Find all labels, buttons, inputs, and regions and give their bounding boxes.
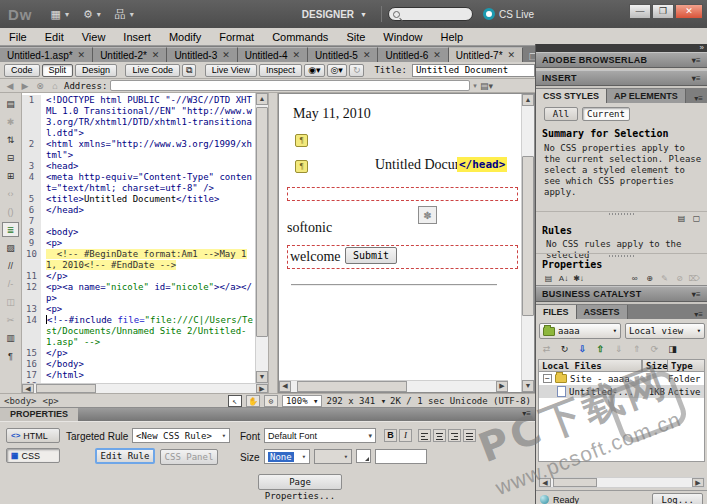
code-text[interactable]: <!DOCTYPE html PUBLIC "-//W3C//DTD XHTML… bbox=[41, 95, 255, 139]
column-type[interactable]: Type bbox=[668, 360, 704, 371]
code-text[interactable]: <!--#include file="file:///C|/Users/Test… bbox=[41, 315, 255, 348]
highlight-invalid-code-icon[interactable]: ▨ bbox=[2, 240, 19, 255]
tab-close-icon[interactable]: ✕ bbox=[78, 50, 86, 60]
panel-menu-icon[interactable]: ▾≡ bbox=[692, 56, 701, 65]
menu-format[interactable]: Format bbox=[210, 31, 263, 43]
put-files-icon[interactable]: ⇧ bbox=[593, 343, 608, 356]
zoom-level-dropdown[interactable]: 100% ▾ bbox=[282, 395, 323, 407]
file-tree-row[interactable]: −Site - aaaa ...Folder bbox=[539, 372, 704, 385]
tab-close-icon[interactable]: ✕ bbox=[222, 50, 230, 60]
scroll-left-icon[interactable]: ◀ bbox=[22, 384, 34, 393]
format-source-code-icon[interactable]: ¶ bbox=[2, 348, 19, 363]
doc-tab[interactable]: Untitled-7*✕ bbox=[449, 47, 523, 62]
properties-tab[interactable]: PROPERTIES bbox=[0, 408, 78, 421]
files-horizontal-scrollbar[interactable]: ◀ ▶ bbox=[538, 477, 705, 488]
tag-selector-item[interactable]: <p> bbox=[43, 396, 59, 406]
menu-help[interactable]: Help bbox=[431, 31, 472, 43]
doc-tab[interactable]: Untitled-3✕ bbox=[167, 47, 237, 62]
expand-all-icon[interactable]: ⊞ bbox=[2, 168, 19, 183]
tab-close-icon[interactable]: ✕ bbox=[508, 50, 516, 60]
menu-edit[interactable]: Edit bbox=[36, 31, 73, 43]
get-files-icon[interactable]: ⇩ bbox=[575, 343, 590, 356]
tab-assets[interactable]: ASSETS bbox=[577, 305, 628, 319]
menu-window[interactable]: Window bbox=[374, 31, 431, 43]
tab-css-styles[interactable]: CSS STYLES bbox=[536, 89, 607, 103]
check-browser-compatibility-icon[interactable]: ◉▾ bbox=[304, 64, 324, 77]
html-mode-button[interactable]: <> HTML bbox=[6, 428, 60, 443]
cs-live-button[interactable]: CS Live bbox=[483, 8, 534, 20]
image-placeholder[interactable]: ✽ bbox=[418, 206, 437, 224]
menu-site[interactable]: Site bbox=[337, 31, 374, 43]
code-vertical-scrollbar[interactable]: ▲ ▼ bbox=[255, 93, 268, 383]
line-numbers-icon[interactable]: ≣ bbox=[2, 222, 19, 237]
code-scroll-thumb[interactable] bbox=[256, 107, 268, 337]
design-view[interactable]: May 11, 2010 ¶ ¶ Untitled Document </hea… bbox=[279, 94, 521, 392]
panel-menu-icon[interactable]: ▾≡ bbox=[690, 94, 707, 103]
live-code-nav-icon[interactable]: ⧉ bbox=[182, 64, 196, 77]
live-view-button[interactable]: Live View bbox=[205, 64, 257, 77]
zoom-tool-icon[interactable]: ⊙ bbox=[264, 395, 278, 407]
scroll-left-icon[interactable]: ◀ bbox=[279, 381, 291, 392]
design-welcome-text[interactable]: welcome bbox=[290, 249, 341, 265]
css-current-button[interactable]: Current bbox=[582, 107, 630, 121]
business-catalyst-panel-header[interactable]: BUSINESS CATALYST ▾≡ bbox=[536, 286, 707, 302]
menu-modify[interactable]: Modify bbox=[160, 31, 210, 43]
form-outline-empty[interactable] bbox=[287, 187, 518, 201]
hand-tool-icon[interactable]: ✋ bbox=[246, 395, 260, 407]
extend-dreamweaver-icon[interactable]: ⚙ bbox=[83, 8, 93, 21]
code-text[interactable] bbox=[41, 216, 255, 227]
site-menu-icon[interactable]: 品 bbox=[115, 7, 126, 22]
window-size-dropdown[interactable]: 292 x 341 ▾ bbox=[326, 396, 386, 406]
attach-style-sheet-icon[interactable]: ∞ bbox=[628, 273, 641, 284]
invisible-element-icon[interactable]: ¶ bbox=[295, 134, 308, 147]
forward-icon[interactable]: ▶ bbox=[19, 81, 31, 91]
design-softonic-text[interactable]: softonic bbox=[287, 220, 332, 236]
live-code-button[interactable]: Live Code bbox=[125, 64, 180, 77]
design-date-text[interactable]: May 11, 2010 bbox=[293, 106, 371, 122]
design-horizontal-scrollbar[interactable]: ◀ ▶ bbox=[279, 380, 508, 392]
apply-comment-icon[interactable]: // bbox=[2, 258, 19, 273]
scroll-down-icon[interactable]: ▼ bbox=[256, 371, 268, 383]
tab-ap-elements[interactable]: AP ELEMENTS bbox=[607, 89, 686, 103]
design-head-tag[interactable]: </head> bbox=[457, 157, 507, 172]
search-input[interactable] bbox=[388, 7, 473, 21]
log-button[interactable]: Log... bbox=[652, 493, 703, 504]
collapse-selection-icon[interactable]: ⊟ bbox=[2, 150, 19, 165]
minimize-button[interactable]: — bbox=[629, 4, 651, 19]
code-text[interactable]: <head> bbox=[41, 161, 255, 172]
inspect-button[interactable]: Inspect bbox=[259, 64, 302, 77]
code-text[interactable]: <!-- #BeginDate format:Am1 -->May 11, 20… bbox=[41, 249, 255, 271]
split-view-button[interactable]: Split bbox=[42, 64, 74, 77]
code-text[interactable]: <html xmlns="http://www.w3.org/1999/xhtm… bbox=[41, 139, 255, 161]
design-scroll-thumb[interactable] bbox=[522, 156, 534, 316]
code-text[interactable]: <meta http-equiv="Content-Type" content=… bbox=[41, 172, 255, 194]
design-vertical-scrollbar[interactable]: ▲ ▼ bbox=[521, 94, 534, 392]
scroll-up-icon[interactable]: ▲ bbox=[256, 93, 268, 105]
edit-rule-button[interactable]: Edit Rule bbox=[95, 448, 155, 464]
tab-close-icon[interactable]: ✕ bbox=[152, 50, 160, 60]
code-hscroll-thumb[interactable] bbox=[36, 384, 96, 393]
collapse-to-icons-button[interactable]: » bbox=[536, 44, 707, 52]
view-options-icon[interactable]: ▤▾ bbox=[480, 81, 492, 91]
panel-menu-icon[interactable]: ▾≡ bbox=[690, 310, 707, 319]
show-set-properties-icon[interactable]: ✱↓ bbox=[572, 273, 585, 284]
code-text[interactable]: </body> bbox=[41, 359, 255, 370]
code-text[interactable]: </html> bbox=[41, 370, 255, 381]
css-all-button[interactable]: All bbox=[544, 107, 578, 121]
size-dropdown[interactable]: None▾ bbox=[264, 449, 310, 464]
color-value-field[interactable] bbox=[375, 449, 427, 464]
show-current-icon[interactable]: ▢ bbox=[690, 213, 703, 224]
align-right-icon[interactable] bbox=[448, 429, 461, 442]
menu-file[interactable]: File bbox=[0, 31, 36, 43]
home-icon[interactable]: ⌂ bbox=[49, 81, 61, 91]
layout-switcher-icon[interactable]: ▦ bbox=[51, 8, 61, 21]
workspace-switcher[interactable]: DESIGNER ▼ bbox=[294, 6, 375, 23]
site-menu-caret[interactable]: ▾ bbox=[130, 10, 134, 19]
site-dropdown[interactable]: aaaa ▾ bbox=[539, 323, 621, 339]
code-text[interactable]: <p> bbox=[41, 304, 255, 315]
menu-commands[interactable]: Commands bbox=[263, 31, 337, 43]
close-button[interactable]: ✕ bbox=[675, 4, 703, 19]
document-title-input[interactable] bbox=[412, 64, 535, 77]
layout-switcher-caret[interactable]: ▾ bbox=[65, 10, 69, 19]
scroll-left-icon[interactable]: ◀ bbox=[539, 478, 551, 487]
